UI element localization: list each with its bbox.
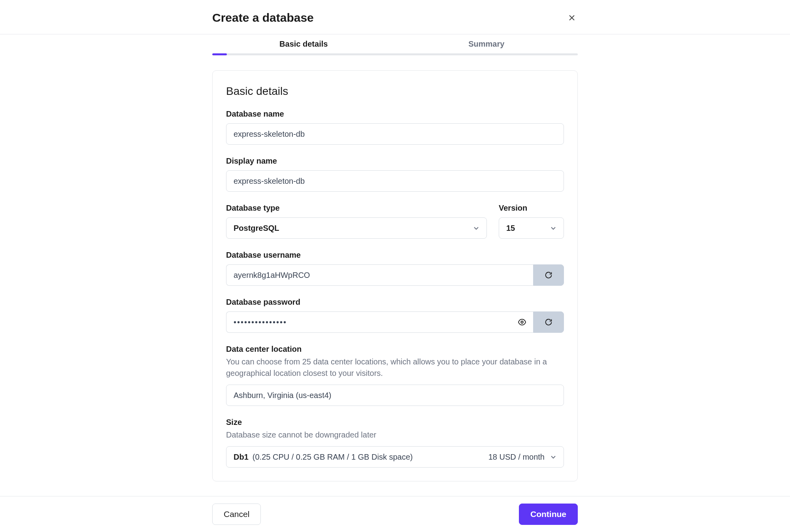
progress-track bbox=[212, 53, 578, 55]
close-icon bbox=[568, 14, 575, 21]
footer-bar: Cancel Continue bbox=[0, 496, 790, 532]
regenerate-username-button[interactable] bbox=[533, 264, 564, 286]
version-label: Version bbox=[499, 204, 564, 213]
svg-point-0 bbox=[521, 321, 523, 323]
chevron-down-icon bbox=[550, 454, 556, 460]
version-value: 15 bbox=[506, 224, 515, 233]
regenerate-password-button[interactable] bbox=[533, 311, 564, 333]
size-tier: Db1 bbox=[234, 453, 249, 462]
size-price: 18 USD / month bbox=[488, 453, 545, 462]
close-button[interactable] bbox=[566, 12, 578, 24]
basic-details-card: Basic details Database name Display name… bbox=[212, 70, 578, 481]
version-select[interactable]: 15 bbox=[499, 217, 564, 239]
display-name-label: Display name bbox=[226, 157, 564, 166]
eye-icon bbox=[518, 318, 526, 326]
location-label: Data center location bbox=[226, 345, 564, 354]
cancel-button[interactable]: Cancel bbox=[212, 504, 261, 525]
section-heading: Basic details bbox=[226, 85, 564, 98]
database-type-select[interactable]: PostgreSQL bbox=[226, 217, 487, 239]
size-select[interactable]: Db1 (0.25 CPU / 0.25 GB RAM / 1 GB Disk … bbox=[226, 446, 564, 468]
chevron-down-icon bbox=[473, 225, 479, 231]
location-help: You can choose from 25 data center locat… bbox=[226, 356, 564, 379]
display-name-input[interactable] bbox=[226, 170, 564, 192]
toggle-password-visibility-button[interactable] bbox=[511, 311, 533, 333]
database-type-value: PostgreSQL bbox=[234, 224, 279, 233]
password-input[interactable] bbox=[226, 311, 511, 333]
database-name-label: Database name bbox=[226, 109, 564, 119]
username-input[interactable] bbox=[226, 264, 533, 286]
size-spec: (0.25 CPU / 0.25 GB RAM / 1 GB Disk spac… bbox=[253, 453, 413, 462]
modal-title: Create a database bbox=[212, 11, 314, 25]
tab-basic-details[interactable]: Basic details bbox=[212, 40, 395, 49]
database-name-input[interactable] bbox=[226, 123, 564, 145]
size-label: Size bbox=[226, 418, 564, 427]
chevron-down-icon bbox=[550, 225, 556, 231]
refresh-icon bbox=[544, 271, 553, 279]
password-label: Database password bbox=[226, 298, 564, 307]
continue-button[interactable]: Continue bbox=[519, 504, 578, 525]
progress-fill bbox=[212, 53, 227, 55]
wizard-tabs: Basic details Summary bbox=[212, 34, 578, 53]
username-label: Database username bbox=[226, 251, 564, 260]
location-input[interactable] bbox=[226, 385, 564, 406]
refresh-icon bbox=[544, 318, 553, 326]
tab-summary[interactable]: Summary bbox=[395, 40, 578, 49]
database-type-label: Database type bbox=[226, 204, 487, 213]
size-help: Database size cannot be downgraded later bbox=[226, 429, 564, 441]
